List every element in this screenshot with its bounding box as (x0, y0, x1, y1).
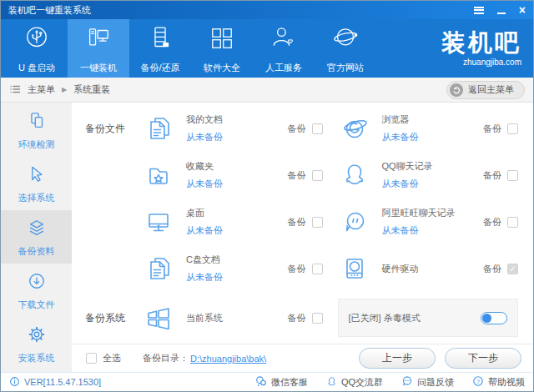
item-title: 我的文档 (186, 113, 223, 126)
backup-data-icon (26, 217, 48, 240)
item-title: 硬件驱动 (382, 263, 419, 275)
select-all-label: 全选 (103, 352, 121, 364)
nav-tab-one-key-install[interactable]: 一键装机 (68, 19, 129, 78)
download-files-icon (26, 270, 48, 294)
nav-tab-backup-restore[interactable]: 备份/还原 (129, 19, 191, 78)
prev-step-button[interactable]: 上一步 (359, 348, 436, 369)
backup-item-c-drive-docs: C盘文档 从未备份 备份 (142, 252, 338, 285)
select-all-checkbox[interactable] (86, 353, 97, 364)
sidebar-item-label: 下载文件 (18, 299, 55, 311)
backup-dir-link[interactable]: D:\zhuangjiba\bak\ (190, 354, 266, 364)
c-drive-docs-icon (142, 252, 175, 285)
item-title: 收藏夹 (186, 160, 223, 173)
backup-item-aliwangwang: 阿里旺旺聊天记录 从未备份 备份 (338, 205, 534, 239)
sidebar: 环境检测 选择系统 备份资料 (1, 103, 72, 372)
nav-tab-label: 备份/还原 (140, 62, 179, 74)
minimize-icon[interactable] (497, 13, 506, 14)
backup-checkbox-c-drive-docs[interactable] (312, 264, 323, 274)
item-title: 当前系统 (186, 312, 223, 324)
my-documents-icon (142, 112, 175, 145)
antivirus-mode-toggle[interactable] (481, 312, 507, 324)
backup-checkbox-aliwangwang[interactable] (507, 217, 518, 228)
breadcrumb-root[interactable]: 主菜单 (28, 83, 55, 96)
sidebar-item-backup-data[interactable]: 备份资料 (1, 210, 72, 264)
sidebar-item-env-check[interactable]: 环境检测 (1, 103, 72, 157)
next-step-button[interactable]: 下一步 (445, 348, 521, 369)
aliwangwang-chat-icon (338, 205, 371, 239)
backup-checkbox-favorites[interactable] (312, 170, 323, 181)
brand-logo: 装机吧 zhuangjiba.com (441, 19, 533, 78)
backup-item-current-system: 当前系统 备份 (142, 301, 338, 334)
sidebar-item-download-files[interactable]: 下载文件 (1, 264, 72, 317)
backup-label: 备份 (288, 123, 306, 135)
browser-icon (338, 112, 371, 145)
toggle-knob (482, 314, 491, 323)
desktop-icon (142, 205, 175, 239)
env-check-icon (26, 110, 48, 133)
item-title: 阿里旺旺聊天记录 (382, 207, 456, 219)
close-icon[interactable]: × (519, 4, 526, 16)
window-title: 装机吧一键重装系统 (8, 4, 91, 17)
help-video-link[interactable]: ? 帮助视频 (472, 375, 525, 389)
files-section-label: 备份文件 (72, 122, 142, 136)
item-status: 从未备份 (186, 131, 223, 143)
sidebar-item-label: 安装系统 (18, 352, 55, 364)
top-nav: U 盘启动 一键装机 备份/还原 (1, 19, 533, 78)
backup-item-desktop: 桌面 从未备份 备份 (142, 205, 338, 239)
item-status: 从未备份 (186, 178, 223, 190)
back-button-label: 返回主菜单 (468, 83, 514, 96)
backup-row: 收藏夹 从未备份 备份 (72, 152, 533, 199)
windows-icon (142, 301, 175, 334)
main-content: 备份文件 我的文档 从未备份 (72, 103, 533, 372)
footer-bar: 全选 备份目录： D:\zhuangjiba\bak\ 上一步 下一步 (72, 344, 533, 372)
wechat-service-link[interactable]: 微信客服 (255, 375, 308, 389)
menu-icon[interactable] (474, 7, 484, 14)
breadcrumb-separator-icon: ▶ (62, 86, 67, 93)
back-arrow-icon (450, 83, 463, 97)
backup-dir-label: 备份目录： (143, 352, 189, 364)
sidebar-item-select-system[interactable]: 选择系统 (1, 157, 72, 210)
backup-checkbox-current-system[interactable] (312, 313, 323, 324)
customer-service-icon (268, 23, 300, 56)
backup-label: 备份 (483, 216, 501, 229)
backup-label: 备份 (483, 263, 501, 275)
backup-item-hardware-driver: 硬件驱动 备份 (338, 252, 534, 285)
backup-item-my-documents: 我的文档 从未备份 备份 (142, 112, 338, 145)
nav-tab-service[interactable]: 人工服务 (253, 19, 315, 78)
nav-tab-software[interactable]: 软件大全 (191, 19, 253, 78)
backup-label: 备份 (483, 169, 501, 182)
backup-row: C盘文档 从未备份 备份 (72, 245, 533, 292)
item-status: 从未备份 (186, 271, 223, 284)
svg-text:?: ? (476, 379, 480, 384)
feedback-link[interactable]: 问题反馈 (401, 375, 454, 389)
help-video-icon: ? (472, 375, 484, 389)
nav-tab-website[interactable]: 官方网站 (315, 19, 376, 78)
back-to-main-menu-button[interactable]: 返回主菜单 (446, 81, 525, 99)
status-link-label: QQ交流群 (341, 376, 383, 389)
qq-chat-icon (338, 158, 371, 192)
select-system-icon (26, 163, 48, 187)
antivirus-cell: [已关闭] 杀毒模式 (338, 299, 534, 337)
backup-item-qq-chat: QQ聊天记录 从未备份 备份 (338, 158, 534, 192)
version-text: VER[11.5.47.1530] (24, 377, 101, 387)
software-grid-icon (206, 23, 238, 56)
qq-group-link[interactable]: QQ交流群 (326, 375, 383, 389)
nav-tab-label: 软件大全 (204, 62, 240, 74)
backup-label: 备份 (288, 263, 306, 275)
nav-tab-usb-boot[interactable]: U 盘启动 (6, 19, 68, 78)
app-window: 装机吧一键重装系统 × U 盘启动 (0, 0, 534, 392)
item-title: 浏览器 (382, 113, 419, 126)
backup-checkbox-qq-chat[interactable] (507, 170, 518, 181)
backup-row: 备份文件 我的文档 从未备份 (72, 105, 533, 152)
item-status: 从未备份 (382, 131, 419, 143)
sidebar-item-install-system[interactable]: 安装系统 (1, 317, 72, 370)
backup-item-browser: 浏览器 从未备份 备份 (338, 112, 534, 145)
wechat-icon (255, 375, 267, 389)
breadcrumb-current: 系统重装 (73, 83, 110, 96)
status-bar: VER[11.5.47.1530] 微信客服 (1, 372, 533, 391)
backup-checkbox-browser[interactable] (507, 123, 518, 134)
list-icon (9, 83, 21, 97)
official-site-icon (330, 23, 361, 56)
backup-checkbox-desktop[interactable] (312, 217, 323, 228)
backup-checkbox-my-documents[interactable] (312, 123, 323, 134)
